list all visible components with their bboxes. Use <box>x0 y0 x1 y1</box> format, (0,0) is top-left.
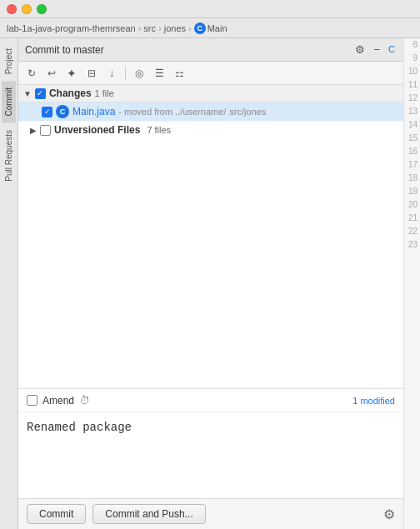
sidebar-tab-commit[interactable]: Commit <box>2 81 16 122</box>
filter-button[interactable]: ⚏ <box>171 65 188 82</box>
changes-label: Changes <box>49 87 92 99</box>
unversioned-count: 7 files <box>147 125 171 135</box>
settings-button[interactable]: ⚙ <box>353 42 367 57</box>
main-java-path: src/jones <box>229 107 266 117</box>
main-java-checkbox[interactable] <box>42 107 52 117</box>
changes-count: 1 file <box>95 88 114 98</box>
minimize-btn[interactable] <box>22 4 32 14</box>
commit-push-button[interactable]: Commit and Push... <box>92 504 205 524</box>
toolbar-separator-1 <box>125 67 126 80</box>
main-java-detail: - moved from ../username/ <box>118 107 226 117</box>
download-button[interactable]: ↓ <box>103 65 120 82</box>
sidebar-tab-pull-requests[interactable]: Pull Requests <box>2 123 16 188</box>
content-area: Commit to master ⚙ − C ↻ ↩ ✦ ⊟ ↓ ◎ ☰ ⚏ <box>18 38 403 529</box>
line-number: 18 <box>404 172 420 185</box>
unversioned-label: Unversioned Files <box>54 124 140 136</box>
list-button[interactable]: ☰ <box>151 65 168 82</box>
unversioned-section-header[interactable]: Unversioned Files 7 files <box>18 122 403 138</box>
diff-button[interactable]: ⊟ <box>83 65 100 82</box>
footer-buttons: Commit Commit and Push... ⚙ <box>18 498 403 529</box>
window-controls <box>7 4 47 14</box>
line-number: 14 <box>404 118 420 132</box>
undo-button[interactable]: ↩ <box>43 65 60 82</box>
line-number: 16 <box>404 145 420 158</box>
modified-badge: 1 modified <box>352 396 395 406</box>
line-number: 12 <box>404 92 420 105</box>
toolbar: ↻ ↩ ✦ ⊟ ↓ ◎ ☰ ⚏ <box>18 62 403 85</box>
footer-gear-icon[interactable]: ⚙ <box>383 507 395 522</box>
footer-left: Commit Commit and Push... <box>27 504 206 524</box>
line-number: 9 <box>404 52 420 65</box>
amend-row: Amend ⏱ 1 modified <box>18 389 403 412</box>
breadcrumb-project[interactable]: lab-1a-java-program-themrsean <box>7 23 136 33</box>
unversioned-checkbox[interactable] <box>40 125 51 136</box>
minimize-panel-button[interactable]: − <box>372 42 382 57</box>
amend-checkbox[interactable] <box>27 395 38 406</box>
main-java-name: Main.java <box>72 106 115 117</box>
line-number: 10 <box>404 65 420 78</box>
sidebar-tab-project[interactable]: Project <box>2 42 16 81</box>
main-java-row[interactable]: C Main.java - moved from ../username/ sr… <box>18 102 403 122</box>
breadcrumb-src[interactable]: src <box>143 23 156 33</box>
maximize-btn[interactable] <box>37 4 47 14</box>
close-btn[interactable] <box>7 4 17 14</box>
panel-title: Commit to master <box>25 44 104 56</box>
breadcrumb-sep1: › <box>138 23 142 33</box>
title-bar <box>0 0 420 18</box>
commit-button[interactable]: Commit <box>27 504 86 524</box>
line-number: 20 <box>404 198 420 212</box>
refresh-button[interactable]: ↻ <box>23 65 40 82</box>
commit-message-input[interactable] <box>18 412 403 496</box>
line-numbers: 891011121314151617181920212223 <box>403 38 420 529</box>
panel-header: Commit to master ⚙ − C <box>18 38 403 62</box>
line-number: 13 <box>404 105 420 118</box>
amend-label: Amend <box>42 395 74 407</box>
breadcrumb-sep2: › <box>158 23 162 33</box>
line-number: 23 <box>404 238 420 252</box>
amend-clock-icon: ⏱ <box>79 394 90 407</box>
line-number: 11 <box>404 78 420 92</box>
expand-panel-button[interactable]: C <box>387 43 397 56</box>
sidebar-tabs: Project Commit Pull Requests <box>0 38 18 529</box>
line-number: 22 <box>404 225 420 238</box>
amend-left: Amend ⏱ <box>27 394 90 407</box>
add-button[interactable]: ✦ <box>63 65 80 82</box>
unversioned-arrow <box>30 126 37 135</box>
main-layout: Project Commit Pull Requests Commit to m… <box>0 38 420 529</box>
panel-actions: ⚙ − C <box>353 42 397 57</box>
breadcrumb: lab-1a-java-program-themrsean › src › jo… <box>0 18 420 38</box>
changes-section-header[interactable]: Changes 1 file <box>18 85 403 102</box>
changes-arrow <box>23 89 32 98</box>
class-icon: C <box>194 22 206 34</box>
breadcrumb-active[interactable]: C Main <box>194 22 228 34</box>
line-number: 17 <box>404 158 420 172</box>
eye-button[interactable]: ◎ <box>131 65 148 82</box>
breadcrumb-sep3: › <box>188 23 192 33</box>
breadcrumb-jones[interactable]: jones <box>164 23 186 33</box>
line-number: 21 <box>404 212 420 225</box>
bottom-area: Amend ⏱ 1 modified <box>18 388 403 498</box>
line-number: 8 <box>404 38 420 52</box>
line-number: 15 <box>404 132 420 145</box>
changes-checkbox[interactable] <box>35 88 46 99</box>
file-tree: Changes 1 file C Main.java - moved from … <box>18 85 403 388</box>
java-class-icon: C <box>56 105 69 118</box>
line-number: 19 <box>404 185 420 198</box>
